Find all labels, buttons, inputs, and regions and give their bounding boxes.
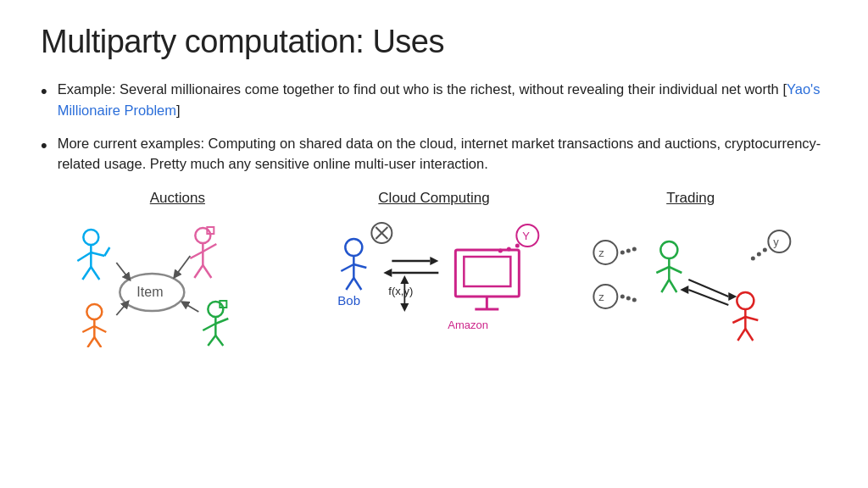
svg-marker-88 [729, 292, 737, 301]
svg-line-20 [94, 337, 101, 347]
svg-line-30 [116, 303, 126, 315]
svg-line-25 [208, 336, 215, 346]
svg-point-86 [751, 257, 755, 261]
svg-line-24 [215, 319, 228, 324]
svg-line-38 [353, 264, 366, 268]
svg-line-87 [689, 280, 729, 297]
auctions-label: Auctions [150, 190, 205, 207]
svg-point-62 [594, 285, 618, 308]
svg-line-26 [215, 336, 223, 346]
svg-line-18 [94, 326, 106, 332]
svg-line-6 [91, 267, 99, 280]
svg-line-74 [662, 280, 670, 292]
auctions-block: Auctions Item [49, 190, 306, 347]
svg-point-57 [515, 244, 520, 248]
svg-point-82 [769, 230, 791, 252]
svg-point-76 [737, 292, 754, 309]
svg-point-66 [632, 247, 637, 252]
bullet-dot-2: • [41, 131, 47, 159]
svg-line-40 [353, 278, 361, 290]
svg-point-60 [594, 241, 618, 264]
trading-block: Trading z z [562, 190, 819, 347]
svg-text:Y: Y [522, 230, 530, 242]
svg-line-37 [341, 264, 353, 271]
svg-point-67 [620, 295, 625, 299]
svg-point-32 [345, 239, 362, 256]
svg-line-78 [733, 317, 746, 323]
svg-marker-43 [430, 257, 438, 265]
bullet-text-2: More current examples: Computing on shar… [58, 133, 827, 175]
slide: Multiparty computation: Uses • Example: … [0, 0, 868, 488]
cloud-computing-svg: Bob f(x,y) [306, 212, 563, 347]
trading-svg: z z [562, 212, 819, 347]
svg-line-10 [190, 252, 203, 258]
svg-line-79 [746, 317, 759, 320]
svg-line-3 [77, 252, 91, 261]
svg-text:z: z [599, 291, 605, 303]
auctions-svg: Item [49, 212, 306, 347]
svg-marker-45 [383, 269, 392, 277]
svg-point-68 [626, 297, 631, 301]
svg-text:y: y [774, 236, 780, 248]
svg-line-28 [116, 263, 128, 278]
svg-line-7 [104, 247, 109, 256]
svg-line-31 [184, 303, 198, 312]
svg-point-15 [86, 304, 102, 319]
svg-line-13 [203, 265, 211, 278]
bullet-text-1: Example: Several millionaires come toget… [58, 79, 827, 121]
svg-line-89 [689, 290, 729, 305]
illustrations-row: Auctions Item [41, 190, 827, 347]
svg-point-58 [507, 247, 511, 252]
svg-text:Amazon: Amazon [448, 319, 488, 331]
bullet-list: • Example: Several millionaires come tog… [41, 79, 827, 175]
svg-line-19 [87, 337, 94, 347]
svg-marker-49 [400, 303, 409, 312]
svg-text:Item: Item [136, 285, 163, 299]
svg-line-72 [657, 267, 670, 273]
svg-line-75 [670, 280, 677, 292]
svg-line-11 [203, 244, 216, 252]
bullet-dot-1: • [41, 77, 47, 105]
svg-point-65 [626, 249, 631, 253]
yao-millionaire-link[interactable]: Yao's Millionaire Problem [58, 81, 821, 118]
svg-marker-90 [681, 286, 689, 294]
svg-line-73 [670, 267, 682, 273]
svg-point-85 [757, 252, 761, 257]
svg-point-21 [208, 302, 223, 317]
cloud-computing-block: Cloud Computing Bob [306, 190, 563, 347]
svg-line-80 [738, 329, 746, 341]
slide-title: Multiparty computation: Uses [41, 24, 827, 60]
trading-label: Trading [666, 190, 715, 207]
svg-line-17 [82, 326, 94, 332]
svg-point-8 [195, 228, 210, 243]
cloud-computing-label: Cloud Computing [378, 190, 489, 207]
svg-line-4 [91, 252, 104, 256]
svg-line-12 [194, 265, 203, 278]
svg-point-64 [620, 251, 625, 255]
svg-point-70 [661, 241, 678, 258]
svg-line-5 [82, 267, 91, 280]
svg-text:f(x,y): f(x,y) [388, 285, 413, 297]
svg-text:z: z [599, 247, 605, 259]
svg-line-29 [175, 256, 190, 275]
svg-point-69 [632, 298, 637, 302]
bullet-item-2: • More current examples: Computing on sh… [41, 133, 827, 175]
svg-line-39 [346, 278, 353, 290]
svg-point-59 [498, 249, 503, 253]
svg-line-23 [203, 324, 215, 330]
bullet-item-1: • Example: Several millionaires come tog… [41, 79, 827, 121]
svg-point-84 [763, 248, 767, 252]
svg-marker-48 [400, 275, 409, 284]
svg-rect-51 [464, 257, 510, 286]
svg-point-1 [83, 230, 98, 245]
svg-line-81 [746, 329, 754, 341]
svg-text:Bob: Bob [337, 293, 360, 308]
